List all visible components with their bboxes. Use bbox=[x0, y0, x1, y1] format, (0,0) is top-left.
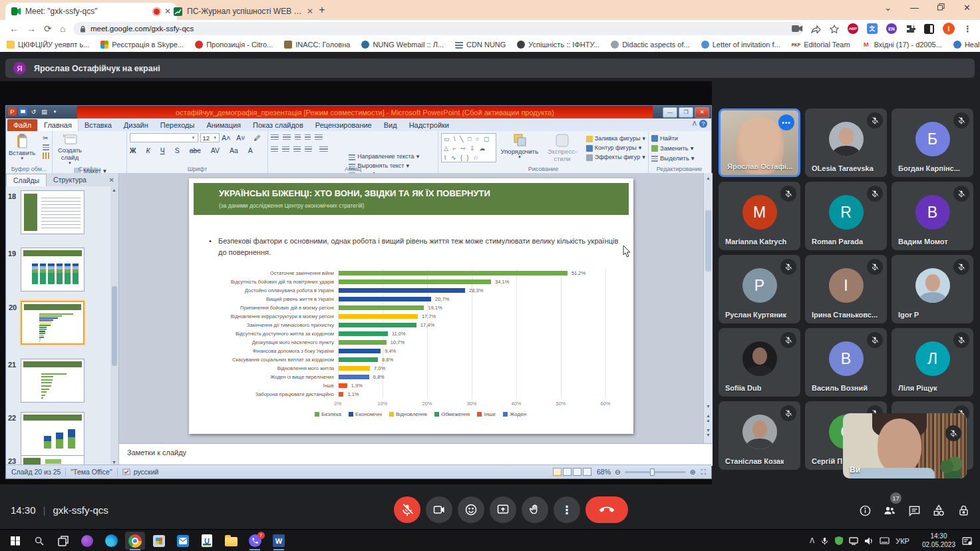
qat-dropdown-icon[interactable]: ▼ bbox=[51, 107, 59, 116]
font-style-button-5[interactable]: AV bbox=[211, 146, 220, 154]
font-name-select[interactable]: ▼ bbox=[130, 133, 198, 142]
adblock-extension-icon[interactable]: ABP bbox=[848, 23, 858, 34]
sorter-view-icon[interactable] bbox=[563, 468, 572, 476]
word[interactable]: W bbox=[269, 532, 289, 550]
slideshow-view-icon[interactable] bbox=[583, 468, 591, 476]
font-style-button-1[interactable]: К bbox=[146, 146, 150, 154]
bullets-icon[interactable] bbox=[271, 133, 279, 140]
chat-icon[interactable] bbox=[907, 503, 921, 518]
copy-icon[interactable] bbox=[43, 144, 49, 150]
font-style-button-7[interactable]: А bbox=[248, 146, 253, 154]
font-style-button-3[interactable]: S bbox=[175, 146, 180, 154]
tray-volume-icon[interactable] bbox=[864, 537, 874, 545]
meeting-details-icon[interactable] bbox=[858, 503, 872, 518]
bookmark-item[interactable]: Пропозиція - Citro... bbox=[195, 40, 273, 49]
shape-outline-button[interactable]: Контур фигуры ▾ bbox=[586, 144, 645, 152]
slide-thumbnail-20[interactable]: 20 bbox=[21, 301, 84, 345]
next-slide-icon[interactable]: ▼▼ bbox=[704, 428, 713, 438]
tray-keyboard-icon[interactable] bbox=[880, 537, 890, 544]
new-slide-button[interactable]: Создать слайд▼ bbox=[55, 133, 84, 165]
slide-thumbnail-19[interactable]: 19 bbox=[21, 248, 84, 291]
bookmark-item[interactable]: Letter of invitation f... bbox=[701, 40, 780, 49]
ribbon-collapse-icon[interactable]: ᐱ bbox=[693, 120, 697, 127]
tab-search-chevron-icon[interactable]: ⌄ bbox=[884, 3, 892, 13]
tab-close-icon[interactable]: ✕ bbox=[307, 7, 313, 15]
participant-tile[interactable]: Igor P bbox=[892, 255, 973, 323]
self-view-tile[interactable]: Ви bbox=[843, 413, 967, 478]
font-size-select[interactable]: 12▼ bbox=[200, 133, 220, 142]
people-icon[interactable] bbox=[882, 503, 897, 518]
slide[interactable]: УКРАЇНСЬКІ БІЖЕНЦІ: ХТО ВОНИ, ЗВІДКИ ТА … bbox=[189, 178, 633, 434]
justify-icon[interactable] bbox=[305, 145, 312, 152]
participant-tile[interactable]: PРуслан Куртяник bbox=[719, 255, 800, 323]
scroll-up-icon[interactable]: ▲ bbox=[704, 173, 713, 183]
arrange-button[interactable]: Упорядочить▼ bbox=[501, 133, 539, 159]
help-icon[interactable]: ? bbox=[699, 120, 707, 128]
present-button[interactable] bbox=[490, 496, 516, 523]
format-painter-icon[interactable] bbox=[43, 152, 49, 159]
ribbon-tab-вставка[interactable]: Вставка bbox=[79, 119, 118, 131]
minimize-window-icon[interactable]: — bbox=[910, 3, 919, 13]
bookmark-item[interactable]: PKPEditorial Team bbox=[792, 40, 850, 49]
back-icon[interactable]: ← bbox=[9, 23, 19, 35]
decrease-indent-icon[interactable] bbox=[295, 133, 301, 140]
bookmark-item[interactable]: NUNG Webmail :: Л... bbox=[361, 40, 444, 49]
reactions-button[interactable] bbox=[458, 496, 484, 523]
more-options-button[interactable]: ⋮ bbox=[554, 496, 580, 523]
profile-avatar[interactable]: I bbox=[943, 23, 955, 35]
ribbon-tab-анимация[interactable]: Анимация bbox=[200, 119, 247, 131]
ppt-restore-icon[interactable]: ❐ bbox=[679, 107, 693, 118]
spellcheck-icon[interactable] bbox=[122, 468, 130, 476]
search-button[interactable] bbox=[29, 532, 49, 550]
bookmark-item[interactable]: Реєстрація в Skype... bbox=[100, 40, 184, 49]
new-tab-button[interactable]: + bbox=[315, 3, 329, 17]
bookmark-item[interactable]: Didactic aspects of... bbox=[611, 40, 690, 49]
panel-scrollbar[interactable]: ▲▼ bbox=[110, 186, 118, 466]
reload-icon[interactable]: ⟳ bbox=[44, 23, 52, 35]
language-extension-icon[interactable]: EN bbox=[886, 23, 897, 34]
reading-view-icon[interactable] bbox=[573, 468, 581, 476]
edge[interactable] bbox=[101, 532, 121, 550]
columns-icon[interactable] bbox=[319, 145, 328, 152]
restore-window-icon[interactable] bbox=[937, 3, 945, 13]
browser-tab-meet[interactable]: Meet: "gxk-ssfy-qcs" ✕ bbox=[5, 3, 177, 20]
camera-button[interactable] bbox=[426, 496, 452, 523]
ribbon-tab-показ-слайдов[interactable]: Показ слайдов bbox=[247, 119, 309, 131]
ribbon-tab-файл[interactable]: Файл bbox=[7, 119, 37, 131]
clock[interactable]: 14:3002.05.2023 bbox=[922, 532, 955, 549]
ppt-close-icon[interactable]: ✕ bbox=[695, 107, 709, 118]
zoom-slider[interactable] bbox=[625, 471, 686, 473]
ribbon-tab-вид[interactable]: Вид bbox=[378, 119, 403, 131]
notifications-icon[interactable] bbox=[962, 536, 972, 546]
clear-formatting-icon[interactable]: 🖉 bbox=[254, 134, 261, 142]
bookmark-item[interactable]: Успішність :: ІФНТУ... bbox=[517, 40, 599, 49]
tab-outline[interactable]: Структура bbox=[47, 174, 93, 186]
numbering-icon[interactable] bbox=[283, 133, 291, 140]
find-button[interactable]: Найти bbox=[651, 134, 707, 142]
participant-tile[interactable]: ББогдан Карпінс... bbox=[892, 108, 973, 177]
activities-icon[interactable] bbox=[931, 503, 946, 518]
task-view-button[interactable] bbox=[53, 532, 73, 550]
slide-thumbnail-22[interactable]: 22 bbox=[21, 412, 84, 456]
undo-icon[interactable]: ↺ bbox=[29, 107, 38, 116]
font-style-button-6[interactable]: Aa bbox=[230, 146, 238, 154]
language-indicator[interactable]: русский bbox=[134, 468, 159, 476]
chrome[interactable] bbox=[125, 532, 145, 550]
ppt-title-bar[interactable]: P ↺ ▤ ▼ остафійчук_демографія_презентаці… bbox=[6, 106, 711, 118]
shape-fill-button[interactable]: Заливка фигуры ▾ bbox=[586, 134, 645, 143]
extensions-puzzle-icon[interactable] bbox=[905, 24, 915, 34]
bookmark-item[interactable]: INACC: Головна bbox=[284, 40, 350, 49]
text-direction-button[interactable]: Направление текста ▾ bbox=[349, 152, 435, 161]
raise-hand-button[interactable] bbox=[522, 496, 548, 523]
participant-tile[interactable]: •••Ярослав Остафі... bbox=[719, 108, 800, 177]
shapes-gallery[interactable]: ▭ \ ╲ □ ○ ▢△ ⌐ ⇨ ⇩ ☁⌇ ∿ { } ☆ bbox=[441, 133, 496, 162]
ribbon-tab-рецензирование[interactable]: Рецензирование bbox=[309, 119, 378, 131]
close-window-icon[interactable]: ✕ bbox=[963, 3, 971, 13]
tray-display-icon[interactable] bbox=[849, 537, 858, 545]
file-explorer[interactable] bbox=[221, 532, 241, 550]
ribbon-tab-дизайн[interactable]: Дизайн bbox=[118, 119, 154, 131]
translate-extension-icon[interactable]: 文 bbox=[867, 23, 878, 34]
zoom-out-icon[interactable]: ⊖ bbox=[615, 468, 621, 476]
quick-access-toolbar[interactable]: P ↺ ▤ ▼ bbox=[8, 107, 59, 116]
select-button[interactable]: Выделить ▾ bbox=[651, 154, 707, 162]
